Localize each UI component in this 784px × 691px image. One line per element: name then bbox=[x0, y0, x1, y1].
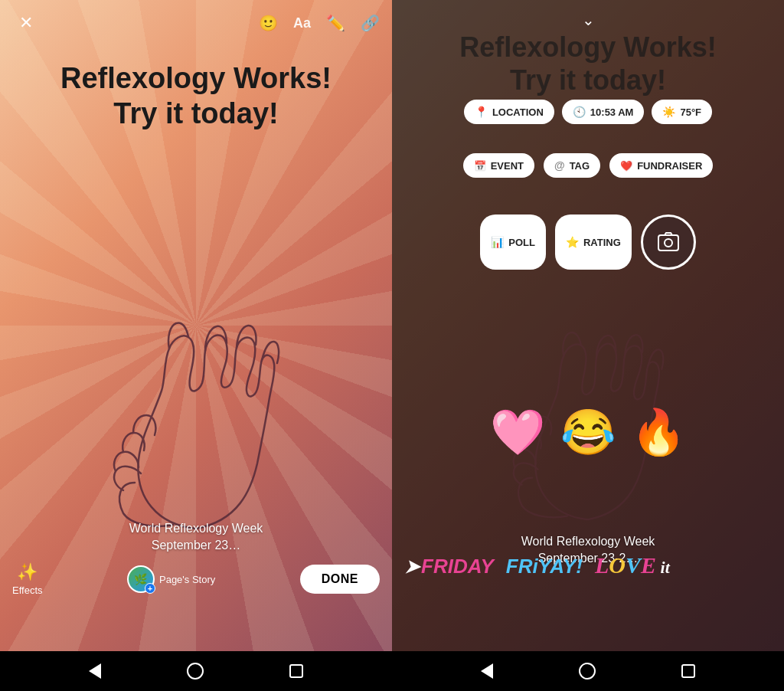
sticker-row-3: 📊 POLL ⭐ RATING bbox=[392, 215, 784, 270]
tag-icon: @ bbox=[554, 159, 565, 172]
friyay-text: FRiYAY! bbox=[506, 555, 583, 578]
tag-label: TAG bbox=[570, 160, 590, 172]
time-sticker[interactable]: 🕙 10:53 AM bbox=[562, 100, 645, 124]
right-title-line1: Reflexology Works! bbox=[407, 31, 769, 64]
friday-sticker[interactable]: ➤ FRiDAY bbox=[404, 555, 494, 578]
left-panel: ✕ 🙂 Aa ✏️ 🔗 Reflexology Works! Try it to… bbox=[0, 0, 392, 691]
poll-sticker[interactable]: 📊 POLL bbox=[480, 215, 546, 270]
poll-icon: 📊 bbox=[491, 236, 504, 248]
right-nav-bar bbox=[392, 651, 784, 691]
page-story-button[interactable]: 🌿 + Page's Story bbox=[127, 565, 215, 593]
left-top-bar: ✕ 🙂 Aa ✏️ 🔗 bbox=[0, 9, 392, 37]
svg-rect-0 bbox=[658, 235, 678, 251]
text-icon[interactable]: Aa bbox=[293, 15, 311, 31]
weather-icon: ☀️ bbox=[662, 106, 675, 118]
effects-label: Effects bbox=[12, 585, 43, 596]
home-button[interactable] bbox=[187, 663, 204, 680]
rating-sticker[interactable]: ⭐ RATING bbox=[555, 215, 632, 270]
avatar-plus-icon: + bbox=[145, 583, 155, 594]
fundraiser-label: FUNDRAISER bbox=[637, 160, 702, 172]
foot-drawing bbox=[112, 314, 280, 544]
fundraiser-icon: ❤️ bbox=[620, 160, 632, 172]
tag-sticker[interactable]: @ TAG bbox=[544, 153, 600, 178]
weather-sticker[interactable]: ☀️ 75°F bbox=[652, 100, 712, 124]
story-subtitle-line2: September 23… bbox=[0, 539, 392, 552]
done-button[interactable]: DONE bbox=[300, 565, 380, 594]
heart-emoji[interactable]: 🩷 bbox=[490, 406, 545, 458]
fire-emoji[interactable]: 🔥 bbox=[631, 406, 686, 458]
sticker-icon[interactable]: 🙂 bbox=[259, 14, 278, 32]
right-home-button[interactable] bbox=[579, 663, 596, 680]
location-label: LOCATION bbox=[492, 106, 544, 118]
fundraiser-sticker[interactable]: ❤️ FUNDRAISER bbox=[609, 153, 713, 178]
right-subtitle-1: World Reflexology Week bbox=[521, 535, 655, 549]
love-v: V bbox=[626, 552, 641, 578]
pen-icon[interactable]: ✏️ bbox=[326, 14, 345, 32]
event-icon: 📅 bbox=[474, 160, 486, 172]
location-icon: 📍 bbox=[475, 106, 488, 118]
right-story-area: ⌄ Reflexology Works! Try it today! 📍 LOC… bbox=[392, 0, 784, 651]
right-recents-button[interactable] bbox=[681, 664, 695, 678]
story-title-left: Reflexology Works! Try it today! bbox=[0, 61, 392, 131]
story-title-right: Reflexology Works! Try it today! bbox=[392, 31, 784, 97]
page-story-label: Page's Story bbox=[159, 574, 215, 585]
effects-icon: ✨ bbox=[17, 562, 38, 582]
sticker-row-1: 📍 LOCATION 🕙 10:53 AM ☀️ 75°F bbox=[392, 100, 784, 124]
chevron-down-icon[interactable]: ⌄ bbox=[582, 11, 595, 29]
photo-circle-button[interactable] bbox=[641, 215, 696, 270]
emoji-row: 🩷 😂 🔥 bbox=[392, 406, 784, 458]
back-button[interactable] bbox=[89, 663, 101, 679]
laugh-emoji[interactable]: 😂 bbox=[560, 406, 616, 458]
left-nav-bar bbox=[0, 651, 392, 691]
weather-label: 75°F bbox=[680, 106, 701, 118]
event-label: EVENT bbox=[491, 160, 524, 172]
friday-text: FRiDAY bbox=[421, 555, 494, 578]
svg-point-1 bbox=[665, 239, 672, 247]
location-sticker[interactable]: 📍 LOCATION bbox=[464, 100, 554, 124]
left-story-area: ✕ 🙂 Aa ✏️ 🔗 Reflexology Works! Try it to… bbox=[0, 0, 392, 651]
right-panel: ⌄ Reflexology Works! Try it today! 📍 LOC… bbox=[392, 0, 784, 691]
poll-label: POLL bbox=[508, 237, 535, 248]
title-line2: Try it today! bbox=[15, 97, 377, 132]
top-bar-icons: 🙂 Aa ✏️ 🔗 bbox=[259, 14, 380, 32]
rating-icon: ⭐ bbox=[566, 236, 579, 248]
left-toolbar: ✨ Effects 🌿 + Page's Story DONE bbox=[0, 562, 392, 596]
love-sticker[interactable]: LOVE it bbox=[595, 552, 670, 578]
photo-icon bbox=[656, 230, 681, 254]
love-e: E bbox=[641, 552, 656, 578]
love-l: L bbox=[595, 552, 609, 578]
story-subtitle-line1: World Reflexology Week bbox=[0, 522, 392, 535]
page-avatar: 🌿 + bbox=[127, 565, 155, 593]
sticker-text-row: ➤ FRiDAY FRiYAY! LOVE it bbox=[392, 552, 784, 578]
right-back-button[interactable] bbox=[481, 663, 493, 679]
sticker-row-2: 📅 EVENT @ TAG ❤️ FUNDRAISER bbox=[392, 153, 784, 178]
event-sticker[interactable]: 📅 EVENT bbox=[463, 153, 534, 178]
love-it: it bbox=[656, 558, 670, 577]
friday-arrow: ➤ bbox=[404, 556, 420, 578]
time-label: 10:53 AM bbox=[590, 106, 634, 118]
right-title-line2: Try it today! bbox=[407, 64, 769, 97]
title-line1: Reflexology Works! bbox=[15, 61, 377, 97]
friyay-sticker[interactable]: FRiYAY! bbox=[506, 555, 583, 578]
link-icon[interactable]: 🔗 bbox=[361, 14, 380, 32]
effects-button[interactable]: ✨ Effects bbox=[12, 562, 43, 596]
recents-button[interactable] bbox=[289, 664, 303, 678]
time-icon: 🕙 bbox=[573, 106, 586, 118]
close-button[interactable]: ✕ bbox=[12, 9, 40, 37]
rating-label: RATING bbox=[583, 237, 621, 248]
love-o: O bbox=[609, 552, 626, 578]
